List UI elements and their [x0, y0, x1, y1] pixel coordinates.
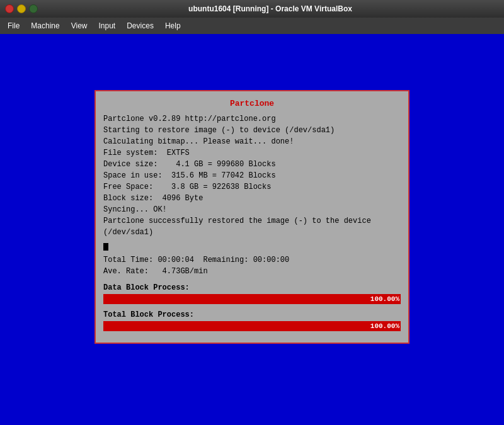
terminal-line-8: Syncing... OK! [103, 204, 401, 215]
terminal-line-3: File system: EXTFS [103, 147, 401, 159]
minimize-button[interactable] [17, 4, 26, 13]
terminal-line-5: Space in use: 315.6 MB = 77042 Blocks [103, 170, 401, 181]
total-block-progress-bar [103, 321, 401, 331]
terminal-window: Partclone Partclone v0.2.89 http://partc… [94, 90, 410, 344]
cursor-line [103, 243, 401, 254]
menu-help[interactable]: Help [160, 20, 186, 32]
window-title: ubuntu1604 [Running] - Oracle VM Virtual… [42, 4, 499, 13]
vm-display[interactable]: Partclone Partclone v0.2.89 http://partc… [0, 34, 504, 425]
data-block-progress-bar [103, 294, 401, 304]
terminal-line-9: Partclone successfully restored the imag… [103, 215, 401, 227]
terminal-blank-1 [103, 238, 401, 243]
data-block-progress-pct: 100.00% [370, 295, 401, 303]
terminal-title: Partclone [103, 99, 401, 108]
total-block-progress-container: 100.00% [103, 321, 401, 331]
menu-devices[interactable]: Devices [122, 20, 159, 32]
menu-view[interactable]: View [66, 20, 93, 32]
terminal-line-6: Free Space: 3.8 GB = 922638 Blocks [103, 181, 401, 193]
titlebar: ubuntu1604 [Running] - Oracle VM Virtual… [0, 0, 504, 18]
close-button[interactable] [5, 4, 14, 13]
maximize-button[interactable] [29, 4, 38, 13]
window-controls [5, 4, 38, 13]
timing-line: Total Time: 00:00:04 Remaining: 00:00:00 [103, 254, 401, 266]
total-block-label: Total Block Process: [103, 310, 401, 319]
menu-machine[interactable]: Machine [26, 20, 64, 32]
data-block-progress-container: 100.00% [103, 294, 401, 304]
data-block-label: Data Block Process: [103, 283, 401, 292]
terminal-line-2: Calculating bitmap... Please wait... don… [103, 136, 401, 147]
rate-line: Ave. Rate: 4.73GB/min [103, 266, 401, 277]
terminal-line-7: Block size: 4096 Byte [103, 193, 401, 204]
terminal-line-0: Partclone v0.2.89 http://partclone.org [103, 113, 401, 125]
menu-input[interactable]: Input [94, 20, 121, 32]
menu-file[interactable]: File [3, 20, 25, 32]
terminal-line-10: (/dev/sda1) [103, 227, 401, 238]
total-block-progress-pct: 100.00% [370, 322, 401, 330]
terminal-line-4: Device size: 4.1 GB = 999680 Blocks [103, 159, 401, 170]
terminal-line-1: Starting to restore image (-) to device … [103, 125, 401, 136]
menubar: File Machine View Input Devices Help [0, 18, 504, 34]
